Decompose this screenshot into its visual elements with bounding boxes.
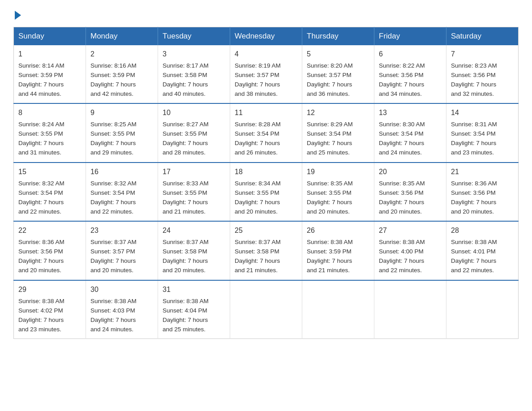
calendar-day-cell: 24Sunrise: 8:37 AMSunset: 3:58 PMDayligh… [158,221,230,280]
calendar-day-cell: 7Sunrise: 8:23 AMSunset: 3:56 PMDaylight… [446,45,519,103]
day-of-week-header: Thursday [302,27,374,46]
calendar-week-row: 8Sunrise: 8:24 AMSunset: 3:55 PMDaylight… [14,103,519,162]
calendar-day-cell: 8Sunrise: 8:24 AMSunset: 3:55 PMDaylight… [14,103,86,162]
day-number: 8 [18,107,81,119]
day-number: 7 [451,49,514,60]
day-of-week-header: Wednesday [230,27,302,46]
day-number: 5 [307,49,369,60]
day-number: 17 [163,167,225,178]
calendar-day-cell: 22Sunrise: 8:36 AMSunset: 3:56 PMDayligh… [14,221,86,280]
calendar-day-cell: 16Sunrise: 8:32 AMSunset: 3:54 PMDayligh… [86,163,158,221]
calendar-day-cell: 17Sunrise: 8:33 AMSunset: 3:55 PMDayligh… [158,163,230,221]
calendar-day-cell: 21Sunrise: 8:36 AMSunset: 3:56 PMDayligh… [446,163,519,221]
calendar-day-cell: 31Sunrise: 8:38 AMSunset: 4:04 PMDayligh… [158,280,230,339]
day-number: 31 [163,284,225,295]
calendar-day-cell: 27Sunrise: 8:38 AMSunset: 4:00 PMDayligh… [374,221,446,280]
day-number: 13 [379,107,442,119]
day-number: 20 [379,167,442,178]
day-number: 21 [451,167,514,178]
calendar-day-cell: 5Sunrise: 8:20 AMSunset: 3:57 PMDaylight… [302,45,374,103]
calendar-week-row: 15Sunrise: 8:32 AMSunset: 3:54 PMDayligh… [14,163,519,221]
calendar-day-cell: 10Sunrise: 8:27 AMSunset: 3:55 PMDayligh… [158,103,230,162]
calendar-day-cell: 28Sunrise: 8:38 AMSunset: 4:01 PMDayligh… [446,221,519,280]
calendar-day-cell: 23Sunrise: 8:37 AMSunset: 3:57 PMDayligh… [86,221,158,280]
calendar-day-cell: 9Sunrise: 8:25 AMSunset: 3:55 PMDaylight… [86,103,158,162]
day-of-week-header: Friday [374,27,446,46]
day-number: 26 [307,225,369,236]
day-number: 19 [307,167,369,178]
day-number: 11 [235,107,297,119]
calendar-week-row: 1Sunrise: 8:14 AMSunset: 3:59 PMDaylight… [14,45,519,103]
day-number: 4 [235,49,297,60]
day-number: 14 [451,107,514,119]
day-number: 16 [90,167,153,178]
calendar-week-row: 22Sunrise: 8:36 AMSunset: 3:56 PMDayligh… [14,221,519,280]
calendar-day-cell: 15Sunrise: 8:32 AMSunset: 3:54 PMDayligh… [14,163,86,221]
calendar-day-cell: 12Sunrise: 8:29 AMSunset: 3:54 PMDayligh… [302,103,374,162]
day-number: 18 [235,167,297,178]
calendar-day-cell: 14Sunrise: 8:31 AMSunset: 3:54 PMDayligh… [446,103,519,162]
calendar-week-row: 29Sunrise: 8:38 AMSunset: 4:02 PMDayligh… [14,280,519,339]
day-of-week-header: Monday [86,27,158,46]
calendar-day-cell: 20Sunrise: 8:35 AMSunset: 3:56 PMDayligh… [374,163,446,221]
day-number: 15 [18,167,81,178]
day-number: 22 [18,225,81,236]
day-number: 23 [90,225,153,236]
day-number: 3 [163,49,225,60]
day-number: 10 [163,107,225,119]
day-number: 25 [235,225,297,236]
calendar-day-cell: 30Sunrise: 8:38 AMSunset: 4:03 PMDayligh… [86,280,158,339]
calendar-table: SundayMondayTuesdayWednesdayThursdayFrid… [13,27,519,339]
day-number: 2 [90,49,153,60]
day-number: 28 [451,225,514,236]
calendar-day-cell: 4Sunrise: 8:19 AMSunset: 3:57 PMDaylight… [230,45,302,103]
day-number: 30 [90,284,153,295]
day-number: 24 [163,225,225,236]
day-number: 1 [18,49,81,60]
day-of-week-header: Saturday [446,27,519,46]
calendar-day-cell: 1Sunrise: 8:14 AMSunset: 3:59 PMDaylight… [14,45,86,103]
calendar-day-cell: 13Sunrise: 8:30 AMSunset: 3:54 PMDayligh… [374,103,446,162]
calendar-day-cell: 2Sunrise: 8:16 AMSunset: 3:59 PMDaylight… [86,45,158,103]
calendar-day-cell: 6Sunrise: 8:22 AMSunset: 3:56 PMDaylight… [374,45,446,103]
day-of-week-header: Sunday [14,27,86,46]
calendar-day-cell [446,280,519,339]
day-number: 9 [90,107,153,119]
logo-arrow-icon [15,11,21,20]
calendar-day-cell: 26Sunrise: 8:38 AMSunset: 3:59 PMDayligh… [302,221,374,280]
calendar-day-cell: 29Sunrise: 8:38 AMSunset: 4:02 PMDayligh… [14,280,86,339]
calendar-day-cell: 19Sunrise: 8:35 AMSunset: 3:55 PMDayligh… [302,163,374,221]
day-number: 27 [379,225,442,236]
calendar-day-cell: 25Sunrise: 8:37 AMSunset: 3:58 PMDayligh… [230,221,302,280]
calendar-header-row: SundayMondayTuesdayWednesdayThursdayFrid… [14,27,519,46]
calendar-day-cell [302,280,374,339]
day-number: 29 [18,284,81,295]
calendar-day-cell [374,280,446,339]
calendar-day-cell: 11Sunrise: 8:28 AMSunset: 3:54 PMDayligh… [230,103,302,162]
calendar-day-cell: 18Sunrise: 8:34 AMSunset: 3:55 PMDayligh… [230,163,302,221]
day-number: 6 [379,49,442,60]
calendar-day-cell: 3Sunrise: 8:17 AMSunset: 3:58 PMDaylight… [158,45,230,103]
calendar-day-cell [230,280,302,339]
page-header [13,9,519,18]
day-number: 12 [307,107,369,119]
day-of-week-header: Tuesday [158,27,230,46]
logo [13,9,21,18]
